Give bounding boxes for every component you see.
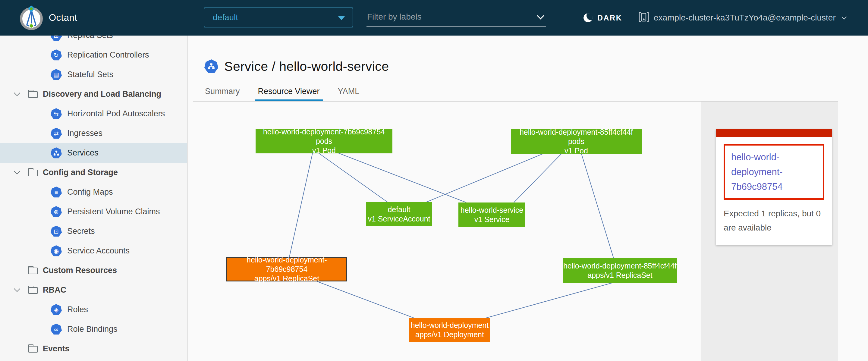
sidebar-navigation: ⊞ Replica Sets ↻ Replication Controllers… [0,36,188,361]
node-kind: apps/v1 ReplicaSet [563,271,677,280]
sidebar-group-custom-resources[interactable]: Custom Resources [0,261,187,280]
graph-node-deployment-hello-world-deployment[interactable]: hello-world-deployment apps/v1 Deploymen… [409,318,490,342]
sidebar-item-label: Service Accounts [67,246,130,256]
node-kind: v1 Pod [511,146,642,156]
node-name: hello-world-deployment [409,321,490,330]
sidebar-item-replication-controllers[interactable]: ↻ Replication Controllers [0,45,187,65]
tab-yaml[interactable]: YAML [338,87,360,101]
moon-icon [584,13,592,22]
card-body: hello-world-deployment-7b69c98754 Expect… [716,137,832,245]
label-filter-placeholder: Filter by labels [367,12,422,22]
role-icon: ◈ [51,304,62,315]
sidebar-group-rbac[interactable]: RBAC [0,280,187,300]
label-filter-input[interactable]: Filter by labels [367,9,546,27]
namespace-dropdown-value: default [213,13,238,22]
dark-theme-label: DARK [597,13,622,22]
node-name: hello-world-deployment-7b69c98754 [227,255,346,274]
app-title: Octant [49,0,77,36]
chevron-down-icon[interactable] [537,12,544,19]
tab-bar: Summary Resource Viewer YAML [205,86,359,101]
sidebar-item-secrets[interactable]: ⊡ Secrets [0,222,187,241]
node-name: hello-world-deployment-85ff4cf44f pods [511,128,642,146]
sidebar-group-config-and-storage[interactable]: Config and Storage [0,163,187,182]
graph-edge [338,153,466,202]
selected-object-panel: hello-world-deployment-7b69c98754 Expect… [701,102,838,361]
sidebar-item-stateful-sets[interactable]: ▤ Stateful Sets [0,65,187,85]
service-icon [51,147,62,159]
resource-viewer-graph[interactable]: hello-world-deployment-7b69c98754 pods v… [188,102,701,361]
graph-node-pod-85ff4cf44f[interactable]: hello-world-deployment-85ff4cf44f pods v… [511,129,642,154]
sidebar-item-label: Persistent Volume Claims [67,207,160,216]
sidebar-group-label: Custom Resources [43,266,117,275]
pvc-icon: ⊜ [51,206,62,217]
sidebar-item-roles[interactable]: ◈ Roles [0,300,187,320]
replica-set-icon: ⊞ [51,36,62,41]
service-icon [204,59,218,73]
graph-edge [317,282,414,318]
graph-node-replicaset-7b69c98754[interactable]: hello-world-deployment-7b69c98754 apps/v… [226,257,347,282]
secret-icon: ⊡ [51,226,62,237]
dark-theme-toggle[interactable]: DARK [584,0,622,36]
sidebar-item-label: Replication Controllers [67,50,149,60]
sidebar-item-service-accounts[interactable]: ◉ Service Accounts [0,241,187,261]
header-bar: Octant default Filter by labels DARK exa [0,0,868,36]
graph-node-serviceaccount-default[interactable]: default v1 ServiceAccount [366,202,432,226]
graph-node-pod-7b69c98754[interactable]: hello-world-deployment-7b69c98754 pods v… [255,129,393,153]
cluster-context-selector[interactable]: example-cluster-ka3TuTzYo4a@example-clus… [638,0,845,36]
graph-node-replicaset-85ff4cf44f[interactable]: hello-world-deployment-85ff4cf44f apps/v… [563,258,677,283]
sidebar-item-replica-sets[interactable]: ⊞ Replica Sets [0,36,187,45]
namespace-dropdown[interactable]: default [204,7,353,27]
graph-edge [486,283,613,318]
octant-logo-icon [18,4,44,31]
sidebar-item-label: Roles [67,305,88,314]
config-map-icon: ≡ [51,187,62,198]
graph-node-service-hello-world-service[interactable]: hello-world-service v1 Service [458,202,525,227]
sidebar-item-config-maps[interactable]: ≡ Config Maps [0,182,187,202]
sidebar-item-persistent-volume-claims[interactable]: ⊜ Persistent Volume Claims [0,202,187,222]
sidebar-item-services[interactable]: Services [0,143,187,163]
hpa-icon: ⇆ [51,108,62,119]
sidebar-item-role-bindings[interactable]: ∞ Role Bindings [0,320,187,339]
sidebar-group-label: RBAC [43,285,66,295]
sidebar-group-events[interactable]: Events [0,339,187,359]
main-content: Service / hello-world-service Summary Re… [188,36,868,361]
graph-edge [318,153,388,202]
sidebar-item-label: Role Bindings [67,325,118,334]
sidebar-item-label: Secrets [67,227,95,236]
tab-summary[interactable]: Summary [205,87,240,101]
node-name: hello-world-deployment-85ff4cf44f [563,261,677,271]
sidebar-item-ingresses[interactable]: ⇄ Ingresses [0,124,187,143]
node-kind: apps/v1 ReplicaSet [227,274,346,283]
octant-app-window: Octant default Filter by labels DARK exa [0,0,868,361]
graph-edge [581,154,614,258]
graph-edge [289,153,313,257]
dropdown-caret-icon [338,16,345,20]
object-status-card: hello-world-deployment-7b69c98754 Expect… [716,129,832,245]
card-message: Expected 1 replicas, but 0 are available [724,206,824,235]
page-title-text: Service / hello-world-service [224,59,389,74]
node-name: hello-world-service [458,205,525,215]
tab-resource-viewer[interactable]: Resource Viewer [258,87,320,101]
ingress-icon: ⇄ [51,128,62,139]
node-name: hello-world-deployment-7b69c98754 pods [255,127,393,146]
chevron-down-icon[interactable] [14,168,20,174]
folder-icon [28,91,38,98]
service-account-icon: ◉ [51,245,62,256]
sidebar-item-label: Config Maps [67,188,113,197]
replicaset-link[interactable]: hello-world-deployment-7b69c98754 [731,150,820,194]
stateful-set-icon: ▤ [51,69,62,80]
chevron-down-icon[interactable] [14,90,20,96]
sidebar-item-label: Horizontal Pod Autoscalers [67,109,165,119]
chevron-down-icon[interactable] [14,286,20,292]
node-kind: v1 Service [458,215,525,224]
page-title: Service / hello-world-service [204,57,389,76]
sidebar-group-discovery-and-load-balancing[interactable]: Discovery and Load Balancing [0,85,187,104]
folder-icon [28,170,38,176]
sidebar-group-label: Discovery and Load Balancing [43,90,161,99]
card-status-bar [716,129,832,137]
node-kind: apps/v1 Deployment [409,330,490,339]
sidebar-item-label: Stateful Sets [67,70,113,79]
node-name: default [366,205,432,214]
sidebar-item-horizontal-pod-autoscalers[interactable]: ⇆ Horizontal Pod Autoscalers [0,104,187,124]
sidebar-nav-list: ⊞ Replica Sets ↻ Replication Controllers… [0,36,187,359]
